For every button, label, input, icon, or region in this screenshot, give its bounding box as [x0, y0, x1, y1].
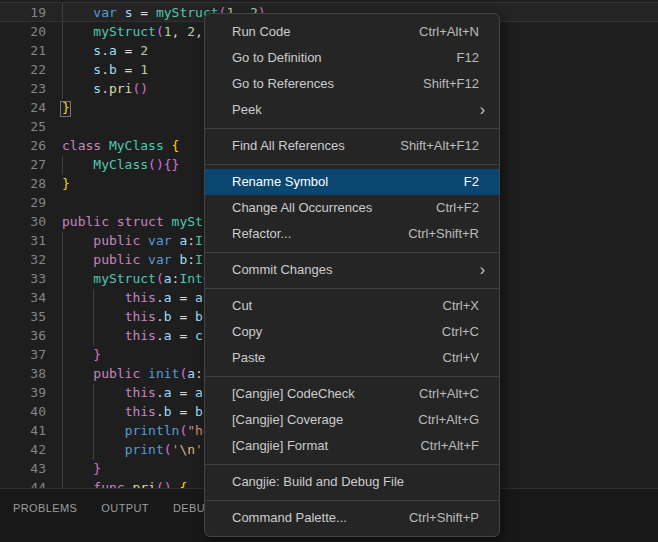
- panel-tab-output[interactable]: OUTPUT: [101, 502, 149, 514]
- code-token: 1: [140, 62, 148, 77]
- code-line-text[interactable]: }: [62, 459, 101, 478]
- code-token: b: [109, 62, 117, 77]
- code-line-text[interactable]: this.b = b: [62, 402, 203, 421]
- line-number[interactable]: 38: [0, 364, 46, 383]
- code-token: var: [93, 5, 116, 20]
- line-number[interactable]: 25: [0, 117, 46, 136]
- line-number[interactable]: 37: [0, 345, 46, 364]
- menu-item-label: Paste: [232, 345, 265, 371]
- code-line-text[interactable]: MyClass(){}: [62, 155, 179, 174]
- line-number[interactable]: 24: [0, 98, 46, 117]
- code-line-text[interactable]: }: [62, 174, 70, 193]
- line-number[interactable]: 34: [0, 288, 46, 307]
- code-token: [62, 404, 125, 419]
- code-token: :: [187, 252, 195, 267]
- menu-separator: [205, 464, 499, 465]
- menu-item-cangjie-build-and-debug-file[interactable]: Cangjie: Build and Debug File: [205, 469, 499, 495]
- menu-item-shortcut: Ctrl+Shift+R: [408, 221, 479, 247]
- menu-item-go-to-references[interactable]: Go to ReferencesShift+F12: [205, 71, 499, 97]
- menu-item-shortcut: Ctrl+Alt+G: [418, 407, 479, 433]
- code-line-text[interactable]: myStruct(1, 2, 3): [62, 22, 226, 41]
- line-number[interactable]: 27: [0, 155, 46, 174]
- line-number[interactable]: 26: [0, 136, 46, 155]
- line-number[interactable]: 28: [0, 174, 46, 193]
- code-line-text[interactable]: this.a = a: [62, 288, 203, 307]
- menu-item-cut[interactable]: CutCtrl+X: [205, 293, 499, 319]
- line-number[interactable]: 31: [0, 231, 46, 250]
- code-line-text[interactable]: }: [62, 345, 101, 364]
- code-token: s: [93, 62, 101, 77]
- menu-item-commit-changes[interactable]: Commit Changes›: [205, 257, 499, 283]
- code-line-text[interactable]: s.pri(): [62, 79, 148, 98]
- submenu-chevron-icon: ›: [480, 97, 485, 123]
- code-token: =: [172, 385, 195, 400]
- code-token: :: [187, 233, 195, 248]
- line-number[interactable]: 43: [0, 459, 46, 478]
- code-line-text[interactable]: this.a = a: [62, 383, 203, 402]
- menu-item-go-to-definition[interactable]: Go to DefinitionF12: [205, 45, 499, 71]
- code-token: [164, 214, 172, 229]
- menu-item-label: [Cangjie] CodeCheck: [232, 381, 355, 407]
- code-token: myStruct: [93, 271, 156, 286]
- line-number[interactable]: 36: [0, 326, 46, 345]
- line-number[interactable]: 32: [0, 250, 46, 269]
- menu-item-shortcut: Ctrl+C: [442, 319, 479, 345]
- code-line-text[interactable]: this.a = c: [62, 326, 203, 345]
- menu-item-shortcut: Ctrl+Alt+N: [419, 19, 479, 45]
- code-token: [164, 138, 172, 153]
- menu-item-cangjie-coverage[interactable]: [Cangjie] CoverageCtrl+Alt+G: [205, 407, 499, 433]
- menu-item-cangjie-format[interactable]: [Cangjie] FormatCtrl+Alt+F: [205, 433, 499, 459]
- menu-item-shortcut: Shift+F12: [423, 71, 479, 97]
- menu-item-shortcut: F12: [457, 45, 479, 71]
- line-number[interactable]: 29: [0, 193, 46, 212]
- code-token: (): [132, 81, 148, 96]
- menu-item-paste[interactable]: PasteCtrl+V: [205, 345, 499, 371]
- menu-item-cangjie-codecheck[interactable]: [Cangjie] CodeCheckCtrl+Alt+C: [205, 381, 499, 407]
- menu-item-copy[interactable]: CopyCtrl+C: [205, 319, 499, 345]
- line-number[interactable]: 42: [0, 440, 46, 459]
- menu-item-find-all-references[interactable]: Find All ReferencesShift+Alt+F12: [205, 133, 499, 159]
- code-token: [62, 157, 93, 172]
- menu-item-peek[interactable]: Peek›: [205, 97, 499, 123]
- menu-item-refactor[interactable]: Refactor...Ctrl+Shift+R: [205, 221, 499, 247]
- code-token: =: [172, 290, 195, 305]
- line-number[interactable]: 35: [0, 307, 46, 326]
- line-number[interactable]: 40: [0, 402, 46, 421]
- code-token: [62, 461, 93, 476]
- menu-item-label: Cangjie: Build and Debug File: [232, 469, 404, 495]
- code-token: s: [93, 43, 101, 58]
- menu-item-rename-symbol[interactable]: Rename SymbolF2: [205, 169, 499, 195]
- code-token: (: [156, 271, 164, 286]
- menu-item-label: Cut: [232, 293, 252, 319]
- code-token: =: [132, 5, 155, 20]
- code-token: println: [125, 423, 180, 438]
- code-line-text[interactable]: s.a = 2: [62, 41, 148, 60]
- line-number[interactable]: 33: [0, 269, 46, 288]
- code-token: [62, 366, 93, 381]
- line-number[interactable]: 20: [0, 22, 46, 41]
- menu-item-command-palette[interactable]: Command Palette...Ctrl+Shift+P: [205, 505, 499, 531]
- line-number[interactable]: 30: [0, 212, 46, 231]
- line-number[interactable]: 22: [0, 60, 46, 79]
- menu-item-label: Go to Definition: [232, 45, 322, 71]
- menu-separator: [205, 164, 499, 165]
- menu-item-shortcut: Ctrl+X: [443, 293, 479, 319]
- code-line-text[interactable]: this.b = b: [62, 307, 203, 326]
- menu-item-label: Peek: [232, 97, 262, 123]
- code-line-text[interactable]: class MyClass {: [62, 136, 179, 155]
- menu-item-change-all-occurrences[interactable]: Change All OccurrencesCtrl+F2: [205, 195, 499, 221]
- code-token: c: [195, 328, 203, 343]
- line-number[interactable]: 41: [0, 421, 46, 440]
- code-token: }: [93, 461, 101, 476]
- menu-item-run-code[interactable]: Run CodeCtrl+Alt+N: [205, 19, 499, 45]
- code-token: [140, 233, 148, 248]
- line-number[interactable]: 21: [0, 41, 46, 60]
- code-line-text[interactable]: print('\n'): [62, 440, 211, 459]
- panel-tab-problems[interactable]: PROBLEMS: [13, 502, 77, 514]
- line-number[interactable]: 19: [0, 3, 46, 22]
- code-line-text[interactable]: s.b = 1: [62, 60, 148, 79]
- code-token: .: [156, 404, 164, 419]
- code-token: [140, 366, 148, 381]
- line-number[interactable]: 23: [0, 79, 46, 98]
- line-number[interactable]: 39: [0, 383, 46, 402]
